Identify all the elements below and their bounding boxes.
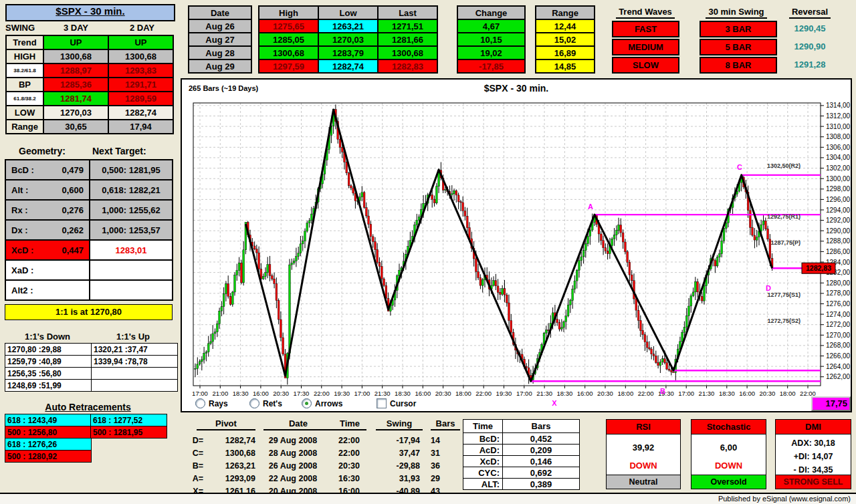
high-cell: 1300,68 (259, 46, 318, 59)
ratio-up: 1339,94 :78,78 (92, 356, 178, 368)
col-header: Range (536, 6, 595, 19)
fib2-2day: 1289,59 (108, 92, 173, 106)
svg-text:1300,00: 1300,00 (826, 175, 851, 182)
row-label: Range (6, 120, 43, 134)
geo-name: Alt2 : (11, 285, 33, 295)
geo-name: Rx : (11, 205, 28, 215)
spx-dashboard: $SPX - 30 min. SWING 3 DAY 2 DAY Trend U… (0, 0, 856, 504)
row-label: 38.2/61.8 (6, 64, 43, 78)
range-3day: 30,65 (43, 120, 108, 134)
pivot-value: 1293,09 (203, 473, 255, 485)
svg-text:16:00: 16:00 (577, 390, 593, 397)
rsi-title: RSI (607, 420, 680, 434)
price-chart[interactable]: 17:0021:0018:3016:0020:3017:3022:0019:30… (182, 80, 851, 411)
range-cell: 14,85 (536, 59, 595, 73)
trend-2day: UP (108, 35, 173, 49)
range-2day: 17,94 (108, 120, 173, 134)
pivot-swing: 37,47 (368, 447, 420, 460)
low-cell: 1282,74 (318, 59, 378, 73)
geo-target: 0,500: 1281,95 (90, 160, 173, 180)
trend-wave-fast: FAST (612, 21, 679, 37)
pivot-value: 1263,21 (203, 460, 255, 473)
ratio-up: 1320,21 :37,47 (92, 344, 178, 356)
range-value-box: 17,75 (811, 396, 851, 411)
retracement: 618 : 1276,26 (5, 438, 92, 451)
geo-name: Alt : (11, 185, 28, 195)
svg-text:D: D (766, 284, 771, 292)
ratio-down: 1270,80 :29,88 (5, 344, 92, 356)
svg-text:16:00: 16:00 (253, 390, 269, 397)
rays-radio[interactable] (195, 398, 205, 408)
change-cell: 4,67 (457, 19, 525, 33)
arrows-label: Arrows (315, 399, 342, 408)
svg-text:16:00: 16:00 (739, 390, 755, 397)
svg-text:1264,00: 1264,00 (826, 363, 851, 370)
trend-wave-medium: MEDIUM (612, 39, 679, 55)
symbol-title: $SPX - 30 min. (56, 5, 124, 17)
geo-ratio: 0,262 (62, 225, 84, 235)
svg-text:22:00: 22:00 (314, 390, 330, 397)
svg-text:20:30: 20:30 (435, 390, 451, 397)
rays-radio-group[interactable]: Rays (195, 398, 228, 408)
geo-name: XcD : (11, 245, 33, 255)
svg-text:19:30: 19:30 (496, 390, 512, 397)
range-cell: 16,89 (536, 46, 595, 59)
svg-text:18:00: 18:00 (780, 390, 796, 397)
geo-target-xcd: 1283,01 (90, 240, 173, 260)
footer-bar: Published by eSignal (www.esignal.com) (0, 494, 856, 504)
pivot-swing: 31,93 (368, 473, 420, 485)
date-header: Date (189, 6, 251, 19)
tb-key: AcD: (463, 445, 503, 456)
pivot-value: 1300,68 (203, 447, 255, 460)
dmi-plus-di: +DI: 14,07 (776, 452, 851, 461)
last-cell: 1271,51 (378, 19, 437, 33)
svg-text:1310,00: 1310,00 (826, 123, 851, 130)
dmi-minus-di: - DI: 34,35 (776, 465, 851, 475)
pivot-value: 1282,74 (203, 434, 255, 447)
pivot-date: 29 Aug 2008 (255, 434, 330, 447)
svg-text:1262,00: 1262,00 (826, 373, 851, 380)
pivot-table: Pivot Date Time Swing Bars D=1282,7429 A… (182, 418, 463, 498)
svg-text:17:30: 17:30 (294, 390, 310, 397)
row-label: BP (6, 78, 43, 92)
svg-text:18:00: 18:00 (455, 390, 471, 397)
tb-key: ALT: (463, 479, 503, 490)
trend-wave-slow: SLOW (612, 57, 679, 74)
svg-text:1266,00: 1266,00 (826, 352, 851, 360)
cursor-checkbox[interactable] (377, 398, 387, 408)
last-cell: 1281,66 (378, 33, 437, 46)
stochastic-title: Stochastic (691, 420, 766, 434)
pivot-bars: 29 (420, 473, 451, 485)
auto-retracements-right: 618 : 1277,52 500 : 1281,95 (90, 414, 167, 438)
rets-radio-group[interactable]: Ret's (249, 398, 282, 408)
rets-radio[interactable] (249, 398, 259, 408)
cursor-checkbox-group[interactable]: Cursor (377, 398, 416, 408)
change-table: Change 4,67 10,15 19,02 -17,85 (457, 5, 526, 74)
svg-text:1288,00: 1288,00 (826, 237, 851, 245)
change-cell: 19,02 (457, 46, 525, 59)
col-header: Low (318, 6, 378, 19)
hll-table: High Low Last 1275,65 1263,21 1271,51 12… (258, 5, 438, 74)
auto-retracements-title: Auto Retracements (5, 402, 171, 412)
swing-header: SWING (5, 23, 43, 33)
low-2day: 1282,74 (108, 106, 173, 120)
arrows-radio-group[interactable]: Arrows (302, 398, 342, 408)
rsi-direction: DOWN (607, 461, 680, 471)
geo-target: 1,000: 1253,57 (90, 220, 173, 240)
date-cell: Aug 29 (189, 59, 251, 73)
svg-text:22:00: 22:00 (638, 390, 654, 397)
svg-text:18:30: 18:30 (557, 390, 573, 397)
svg-text:21:30: 21:30 (536, 390, 552, 397)
geo-name: BcD : (11, 165, 34, 175)
retracement: 500 : 1281,95 (91, 426, 167, 438)
tb-value: 0,209 (503, 445, 580, 456)
svg-text:1314,00: 1314,00 (826, 102, 851, 109)
pivot-date: 26 Aug 2008 (255, 460, 330, 473)
rsi-value: 39,92 (607, 443, 680, 453)
svg-text:1296,00: 1296,00 (826, 196, 851, 203)
arrows-radio-selected[interactable] (302, 398, 312, 408)
svg-text:1282,83: 1282,83 (806, 264, 831, 272)
svg-text:1312,00: 1312,00 (826, 112, 851, 120)
svg-text:17:00: 17:00 (354, 390, 370, 397)
reversal-value: 1290,90 (780, 41, 840, 51)
